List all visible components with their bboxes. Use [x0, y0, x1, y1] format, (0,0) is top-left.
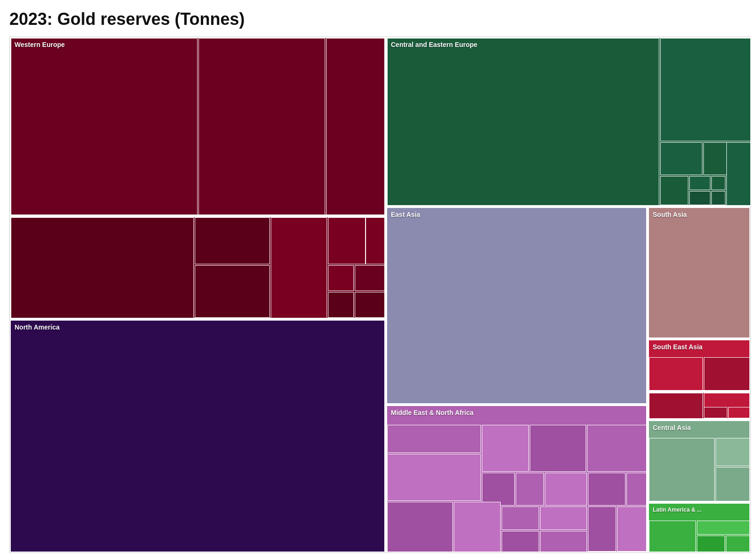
east-asia-region: East Asia: [386, 207, 647, 404]
western-europe-label: Western Europe: [15, 41, 65, 48]
treemap: Western Europe North America Central and…: [9, 37, 751, 553]
central-asia-label: Central Asia: [653, 424, 691, 431]
north-america-label: North America: [15, 323, 60, 331]
middle-east-north-africa-region: Middle East & North Africa: [386, 405, 647, 552]
east-asia-label: East Asia: [391, 211, 420, 218]
north-america-region: North America: [10, 320, 385, 552]
page-title: 2023: Gold reserves (Tonnes): [9, 9, 746, 29]
central-asia-region: Central Asia: [648, 420, 750, 502]
western-europe-row2: [10, 216, 385, 319]
south-east-asia-row2: [648, 392, 750, 419]
south-east-asia-region: South East Asia: [648, 339, 750, 391]
western-europe-region: Western Europe: [10, 37, 385, 215]
central-eastern-europe-label: Central and Eastern Europe: [391, 41, 477, 48]
south-asia-region: South Asia: [648, 207, 750, 338]
south-asia-label: South Asia: [653, 211, 687, 218]
middle-east-north-africa-label: Middle East & North Africa: [391, 409, 473, 416]
latin-america-region: Latin America & ...: [648, 503, 750, 552]
latin-america-label: Latin America & ...: [653, 506, 702, 513]
central-eastern-europe-region: Central and Eastern Europe: [386, 37, 751, 206]
south-east-asia-label: South East Asia: [653, 343, 702, 351]
